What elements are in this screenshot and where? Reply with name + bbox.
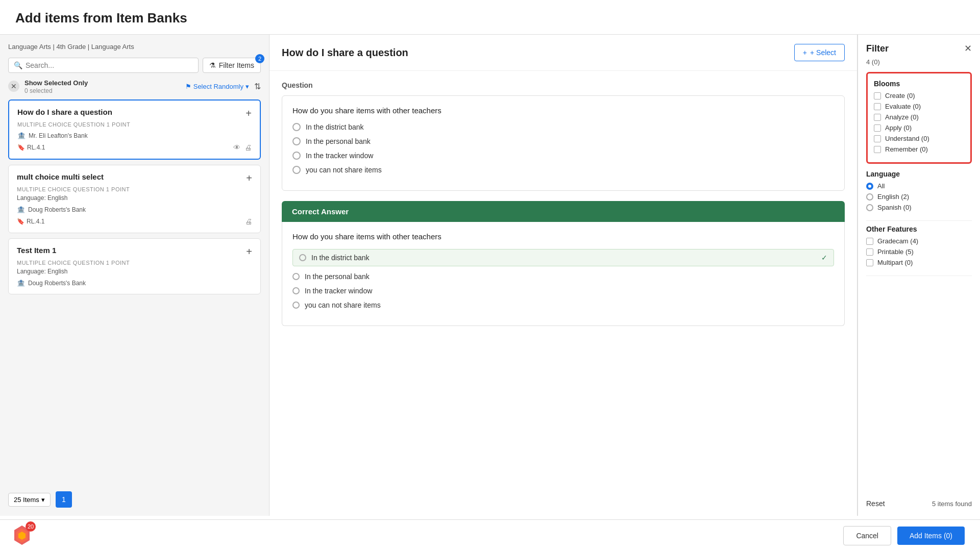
page-1-button[interactable]: 1 — [56, 491, 72, 508]
card-meta-3: MULTIPLE CHOICE QUESTION 1 point — [17, 260, 252, 266]
gradecam-checkbox[interactable] — [866, 238, 873, 245]
chevron-down-icon: ▾ — [246, 83, 249, 90]
tag-label-2: RL.4.1 — [27, 218, 44, 225]
card-add-button-3[interactable]: + — [246, 246, 252, 258]
blooms-remember-label: Remember (0) — [885, 145, 928, 153]
select-randomly-label: Select Randomly — [193, 83, 243, 90]
question-card-3[interactable]: Test Item 1 + MULTIPLE CHOICE QUESTION 1… — [8, 238, 261, 294]
blooms-evaluate[interactable]: Evaluate (0) — [874, 103, 964, 110]
language-all-radio[interactable] — [866, 183, 873, 190]
bank-name-1: Mr. Eli Leafton's Bank — [29, 132, 88, 139]
card-bank-2: 🏦 Doug Roberts's Bank — [17, 206, 252, 213]
print-icon-1[interactable]: 🖨 — [244, 143, 252, 152]
printable-checkbox[interactable] — [866, 248, 873, 256]
option-4: you can not share items — [292, 166, 834, 174]
blooms-create[interactable]: Create (0) — [874, 92, 964, 99]
blooms-filter-section: Blooms Create (0) Evaluate (0) Analyze (… — [866, 72, 972, 164]
filter-panel: Filter ✕ 4 (0) Blooms Create (0) Evaluat… — [857, 35, 980, 516]
add-items-button[interactable]: Add Items (0) — [897, 527, 965, 545]
search-box[interactable]: 🔍 — [8, 58, 199, 73]
card-title-row-2: mult choice multi select + — [17, 172, 252, 184]
multipart-label: Multipart (0) — [877, 259, 913, 266]
answer-radio-3 — [292, 287, 300, 294]
question-card-1[interactable]: How do I share a question + MULTIPLE CHO… — [8, 99, 261, 160]
tag-icon-2: 🔖 — [17, 218, 24, 225]
card-tag-1: 🔖 RL.4.1 — [17, 144, 45, 151]
filter-badge: 2 — [255, 54, 264, 63]
other-features-section: Other Features Gradecam (4) Printable (5… — [866, 225, 972, 276]
card-footer-1: 🔖 RL.4.1 👁 🖨 — [17, 143, 252, 152]
answer-option-3: In the tracker window — [292, 287, 834, 295]
detail-header: How do I share a question + + Select — [270, 35, 857, 71]
blooms-analyze[interactable]: Analyze (0) — [874, 113, 964, 121]
option-2-label: In the personal bank — [306, 137, 371, 145]
per-page-label: 25 Items — [14, 496, 39, 504]
filter-title: Filter — [866, 43, 889, 54]
filter-btn-label: Filter Items — [219, 61, 254, 69]
question-text: How do you share items with other teache… — [292, 106, 834, 115]
sort-button[interactable]: ⇅ — [254, 82, 261, 91]
blooms-analyze-label: Analyze (0) — [885, 113, 919, 121]
language-english[interactable]: English (2) — [866, 193, 972, 201]
feature-printable[interactable]: Printable (5) — [866, 248, 972, 256]
blooms-understand[interactable]: Understand (0) — [874, 135, 964, 142]
blooms-remember-checkbox[interactable] — [874, 146, 881, 153]
flag-icon: ⚑ — [185, 83, 191, 90]
items-found: 5 items found — [932, 500, 972, 508]
card-add-button-2[interactable]: + — [246, 172, 252, 184]
breadcrumb: Language Arts | 4th Grade | Language Art… — [8, 43, 261, 51]
language-spanish-radio[interactable] — [866, 204, 873, 211]
select-randomly-button[interactable]: ⚑ Select Randomly ▾ — [185, 83, 249, 90]
gradecam-label: Gradecam (4) — [877, 237, 918, 245]
bank-icon-1: 🏦 — [17, 132, 26, 139]
per-page-select[interactable]: 25 Items ▾ — [8, 493, 51, 507]
blooms-apply-checkbox[interactable] — [874, 124, 881, 132]
card-title-row: How do I share a question + — [17, 108, 252, 119]
feature-gradecam[interactable]: Gradecam (4) — [866, 237, 972, 245]
question-card-2[interactable]: mult choice multi select + MULTIPLE CHOI… — [8, 165, 261, 233]
plus-icon: + — [803, 48, 807, 57]
answer-question-text: How do you share items with other teache… — [292, 232, 834, 241]
card-language-2: Language: English — [17, 194, 252, 202]
search-input[interactable] — [26, 61, 193, 69]
avatar[interactable]: 20 — [10, 523, 34, 547]
bank-icon-3: 🏦 — [17, 279, 25, 287]
blooms-remember[interactable]: Remember (0) — [874, 145, 964, 153]
blooms-create-label: Create (0) — [885, 92, 915, 99]
blooms-analyze-checkbox[interactable] — [874, 114, 881, 121]
blooms-apply[interactable]: Apply (0) — [874, 124, 964, 132]
card-meta-2: MULTIPLE CHOICE QUESTION 1 point — [17, 186, 252, 192]
correct-answer-bar: Correct Answer — [282, 201, 845, 222]
language-english-radio[interactable] — [866, 193, 873, 201]
bank-name-3: Doug Roberts's Bank — [28, 280, 86, 287]
filter-button[interactable]: ⚗ Filter Items 2 — [203, 58, 261, 73]
feature-multipart[interactable]: Multipart (0) — [866, 259, 972, 266]
eye-icon-1[interactable]: 👁 — [233, 143, 240, 152]
option-1: In the district bank — [292, 123, 834, 131]
blooms-evaluate-checkbox[interactable] — [874, 103, 881, 110]
radio-circle-1 — [292, 123, 301, 131]
search-row: 🔍 ⚗ Filter Items 2 — [8, 58, 261, 73]
card-actions-1: 👁 🖨 — [233, 143, 252, 152]
card-meta-1: MULTIPLE CHOICE QUESTION 1 point — [17, 121, 252, 128]
page-title: Add items from Item Banks — [15, 10, 965, 26]
question-box: How do you share items with other teache… — [282, 95, 845, 191]
language-spanish[interactable]: Spanish (0) — [866, 204, 972, 211]
card-bank-1: 🏦 Mr. Eli Leafton's Bank — [17, 132, 252, 139]
select-button[interactable]: + + Select — [794, 44, 845, 61]
answer-option-correct: In the district bank ✓ — [292, 249, 834, 266]
answer-option-3-label: In the tracker window — [305, 287, 372, 295]
filter-close-button[interactable]: ✕ — [964, 43, 972, 54]
language-all[interactable]: All — [866, 182, 972, 190]
cancel-button[interactable]: Cancel — [843, 526, 891, 545]
blooms-create-checkbox[interactable] — [874, 92, 881, 99]
clear-selected-button[interactable]: ✕ — [8, 81, 19, 92]
blooms-understand-checkbox[interactable] — [874, 135, 881, 142]
card-title-row-3: Test Item 1 + — [17, 246, 252, 258]
print-icon-2[interactable]: 🖨 — [245, 217, 252, 226]
answer-radio-1 — [299, 254, 306, 261]
card-add-button-1[interactable]: + — [246, 108, 252, 119]
option-1-label: In the district bank — [306, 123, 364, 131]
multipart-checkbox[interactable] — [866, 259, 873, 266]
reset-button[interactable]: Reset — [866, 499, 885, 508]
